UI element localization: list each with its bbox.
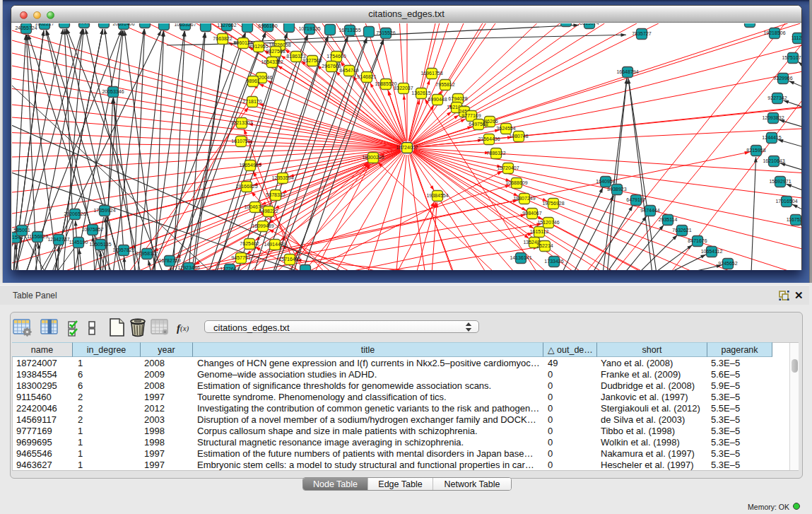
- svg-text:7835727: 7835727: [632, 31, 651, 36]
- svg-text:1610752: 1610752: [231, 139, 250, 144]
- svg-text:6990448: 6990448: [428, 97, 447, 102]
- svg-text:12923446: 12923446: [177, 265, 199, 270]
- svg-text:2935114: 2935114: [659, 217, 678, 222]
- svg-text:16543382: 16543382: [261, 59, 283, 64]
- svg-text:8938923: 8938923: [607, 187, 626, 192]
- svg-text:7515526: 7515526: [376, 30, 395, 35]
- svg-text:8912955: 8912955: [249, 44, 268, 49]
- svg-text:10958117: 10958117: [136, 251, 158, 256]
- svg-text:20206526: 20206526: [64, 211, 86, 216]
- svg-text:19384554: 19384554: [426, 193, 448, 198]
- svg-text:9084067: 9084067: [522, 211, 541, 216]
- svg-text:16961758: 16961758: [420, 71, 442, 76]
- svg-text:16713155: 16713155: [339, 28, 360, 33]
- svg-text:8813074: 8813074: [579, 23, 599, 25]
- svg-text:1640954: 1640954: [596, 179, 615, 184]
- svg-text:1733426: 1733426: [544, 259, 563, 264]
- svg-text:12093832: 12093832: [762, 115, 784, 120]
- svg-text:17957825: 17957825: [112, 247, 134, 252]
- svg-text:1080748: 1080748: [509, 134, 528, 139]
- svg-text:6479197: 6479197: [626, 197, 645, 202]
- svg-text:16210643: 16210643: [763, 158, 784, 163]
- svg-text:1244415: 1244415: [762, 135, 781, 140]
- svg-text:2718170: 2718170: [242, 99, 261, 104]
- svg-text:9327502: 9327502: [302, 58, 322, 63]
- svg-text:9146821: 9146821: [357, 74, 376, 79]
- svg-text:6497568: 6497568: [469, 122, 488, 127]
- svg-text:8813054: 8813054: [740, 23, 759, 24]
- svg-text:20053346: 20053346: [102, 89, 124, 94]
- svg-text:14136141: 14136141: [510, 255, 531, 260]
- svg-text:11123: 11123: [792, 35, 801, 40]
- svg-text:21564436: 21564436: [478, 136, 500, 141]
- svg-text:7663822: 7663822: [213, 36, 232, 41]
- svg-text:7625402: 7625402: [240, 241, 259, 246]
- svg-text:10688609: 10688609: [505, 180, 527, 185]
- svg-text:19218506: 19218506: [763, 30, 785, 35]
- svg-text:585001: 585001: [13, 228, 30, 233]
- svg-text:15692971: 15692971: [769, 179, 791, 184]
- svg-text:7632621: 7632621: [672, 228, 691, 233]
- svg-text:15751074: 15751074: [782, 55, 801, 60]
- svg-text:1002217: 1002217: [35, 23, 54, 26]
- svg-text:7886322: 7886322: [486, 151, 505, 156]
- svg-text:12353594: 12353594: [271, 175, 293, 180]
- svg-text:1362615: 1362615: [411, 90, 430, 95]
- svg-text:98961: 98961: [246, 78, 260, 83]
- svg-text:252214: 252214: [536, 243, 553, 248]
- svg-text:18807249: 18807249: [513, 196, 535, 201]
- svg-text:24055724: 24055724: [15, 25, 37, 30]
- svg-text:8471676: 8471676: [688, 238, 707, 243]
- svg-text:8322037: 8322037: [394, 86, 413, 90]
- svg-text:11156829: 11156829: [27, 234, 48, 239]
- svg-text:1145190: 1145190: [69, 240, 88, 245]
- svg-text:9227342: 9227342: [767, 95, 787, 100]
- svg-text:9245652: 9245652: [718, 261, 737, 266]
- svg-text:19756928: 19756928: [542, 201, 564, 206]
- svg-text:20691406: 20691406: [112, 23, 134, 26]
- svg-text:1615112: 1615112: [530, 229, 549, 234]
- svg-text:7955812: 7955812: [435, 82, 454, 87]
- svg-text:18724007: 18724007: [396, 145, 418, 150]
- svg-text:10975857: 10975857: [81, 227, 103, 232]
- svg-text:1327602: 1327602: [217, 23, 236, 28]
- svg-text:9329966: 9329966: [773, 76, 792, 81]
- svg-text:12505135: 12505135: [89, 242, 111, 247]
- svg-text:15120746: 15120746: [537, 220, 559, 225]
- svg-text:12213303: 12213303: [230, 120, 252, 125]
- svg-text:9474444: 9474444: [640, 208, 659, 213]
- svg-text:9777169: 9777169: [461, 113, 481, 118]
- svg-text:16648794: 16648794: [616, 69, 638, 74]
- svg-text:12342737: 12342737: [47, 237, 69, 242]
- svg-text:1167534: 1167534: [787, 217, 801, 222]
- svg-text:17359924: 17359924: [93, 208, 115, 213]
- svg-text:16099489: 16099489: [252, 223, 273, 228]
- svg-text:9827508: 9827508: [266, 49, 285, 54]
- svg-text:2069: 2069: [78, 23, 90, 25]
- svg-text:15716485: 15716485: [278, 257, 300, 262]
- svg-text:5498222: 5498222: [259, 209, 278, 214]
- svg-text:18300295: 18300295: [362, 155, 384, 160]
- svg-text:1372644: 1372644: [220, 267, 239, 270]
- svg-text:17016504: 17016504: [775, 199, 797, 204]
- svg-text:8454749: 8454749: [339, 68, 358, 73]
- svg-text:2967608: 2967608: [322, 64, 341, 69]
- svg-text:19654985: 19654985: [239, 163, 261, 168]
- svg-text:16782759: 16782759: [158, 258, 180, 263]
- svg-text:1754600: 1754600: [326, 54, 346, 59]
- svg-text:10654112: 10654112: [701, 249, 723, 254]
- svg-text:10653267: 10653267: [174, 23, 196, 27]
- svg-text:3624554: 3624554: [496, 126, 515, 131]
- svg-text:14914479: 14914479: [264, 242, 286, 247]
- svg-text:(x): (x): [180, 324, 189, 333]
- svg-text:5878332: 5878332: [266, 192, 285, 197]
- svg-text:15720407: 15720407: [497, 165, 519, 170]
- svg-text:6794028: 6794028: [448, 96, 467, 101]
- svg-text:19166825: 19166825: [235, 184, 257, 189]
- svg-text:8215958: 8215958: [746, 148, 765, 153]
- svg-text:10719135: 10719135: [298, 26, 320, 31]
- svg-text:9457791: 9457791: [231, 255, 250, 260]
- svg-text:6966160: 6966160: [258, 23, 277, 28]
